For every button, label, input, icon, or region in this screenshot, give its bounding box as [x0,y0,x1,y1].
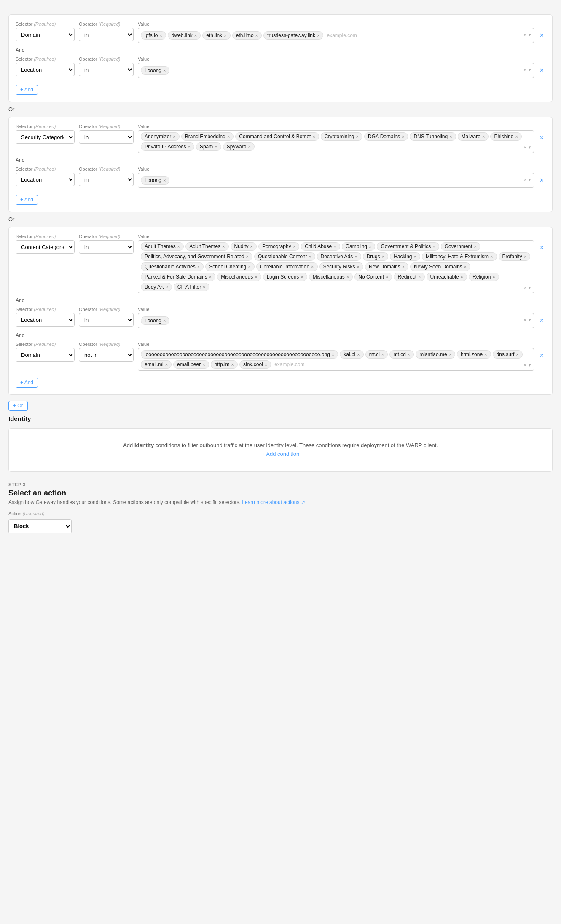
tag-remove-icon[interactable]: × [188,145,191,149]
tag-remove-icon[interactable]: × [516,352,518,357]
tag-remove-icon[interactable]: × [248,265,250,269]
tag-remove-icon[interactable]: × [402,265,405,269]
tag-remove-icon[interactable]: × [231,362,234,367]
tag-remove-icon[interactable]: × [490,254,493,259]
tag-remove-icon[interactable]: × [474,244,477,249]
tag-remove-icon[interactable]: × [369,244,371,249]
tag-remove-icon[interactable]: × [177,244,180,249]
tag-remove-icon[interactable]: × [202,362,205,367]
tag-remove-icon[interactable]: × [354,254,357,259]
tag-remove-icon[interactable]: × [163,319,166,323]
dropdown-value-button[interactable]: ▾ [529,177,531,182]
selector-select[interactable]: DomainLocationSecurity CategoriesContent… [16,28,75,41]
tag-remove-icon[interactable]: × [346,275,349,279]
tag-remove-icon[interactable]: × [449,134,452,139]
dropdown-value-button[interactable]: ▾ [529,362,531,368]
tag-remove-icon[interactable]: × [248,145,250,149]
tag-remove-icon[interactable]: × [357,265,360,269]
dropdown-value-button[interactable]: ▾ [529,317,531,323]
value-box[interactable]: Adult Themes×Adult Themes×Nudity×Pornogr… [138,240,534,293]
value-box[interactable]: looooooooooooooooooooooooooooooooooooooo… [138,348,534,371]
tag-remove-icon[interactable]: × [317,33,319,38]
remove-row-button[interactable]: × [538,32,545,39]
tag-remove-icon[interactable]: × [449,352,451,357]
selector-select[interactable]: DomainLocationSecurity CategoriesContent… [16,313,75,327]
operator-select[interactable]: innot inisis not [79,313,134,327]
tag-remove-icon[interactable]: × [414,254,416,259]
tag-remove-icon[interactable]: × [209,275,212,279]
tag-remove-icon[interactable]: × [311,265,314,269]
operator-select[interactable]: innot inisis not [79,173,134,186]
add-and-button[interactable]: + And [16,195,38,205]
operator-select[interactable]: innot inisis not [79,28,134,41]
value-box[interactable]: Looong××▾ [138,173,534,188]
remove-row-button[interactable]: × [538,352,545,359]
selector-select[interactable]: DomainLocationSecurity CategoriesContent… [16,240,75,254]
tag-remove-icon[interactable]: × [215,145,217,149]
tag-remove-icon[interactable]: × [265,362,267,367]
add-and-button[interactable]: + And [16,378,38,388]
tag-remove-icon[interactable]: × [163,178,166,183]
operator-select[interactable]: innot inisis not [79,130,134,144]
remove-row-button[interactable]: × [538,177,545,184]
tag-remove-icon[interactable]: × [482,134,485,139]
selector-select[interactable]: DomainLocationSecurity CategoriesContent… [16,130,75,144]
tag-remove-icon[interactable]: × [293,244,295,249]
value-box[interactable]: Looong××▾ [138,313,534,328]
operator-select[interactable]: innot inisis not [79,348,134,362]
value-box[interactable]: Anonymizer×Brand Embedding×Command and C… [138,130,534,153]
tag-remove-icon[interactable]: × [165,285,168,289]
tag-remove-icon[interactable]: × [173,134,175,139]
tag-remove-icon[interactable]: × [246,254,249,259]
tag-remove-icon[interactable]: × [464,265,467,269]
operator-select[interactable]: innot inisis not [79,63,134,76]
tag-remove-icon[interactable]: × [418,275,421,279]
selector-select[interactable]: DomainLocationSecurity CategoriesContent… [16,63,75,76]
clear-value-button[interactable]: × [523,317,527,323]
tag-remove-icon[interactable]: × [222,244,225,249]
tag-remove-icon[interactable]: × [159,33,162,38]
clear-value-button[interactable]: × [523,177,527,183]
tag-remove-icon[interactable]: × [381,352,384,357]
tag-remove-icon[interactable]: × [386,275,388,279]
tag-remove-icon[interactable]: × [250,244,253,249]
selector-select[interactable]: DomainLocationSecurity CategoriesContent… [16,173,75,186]
clear-value-button[interactable]: × [523,362,527,368]
remove-row-button[interactable]: × [538,134,545,142]
clear-value-button[interactable]: × [523,67,527,73]
tag-remove-icon[interactable]: × [301,275,303,279]
add-and-button[interactable]: + And [16,85,38,95]
tag-remove-icon[interactable]: × [309,254,311,259]
tag-remove-icon[interactable]: × [163,68,166,73]
dropdown-value-button[interactable]: ▾ [529,32,531,37]
tag-remove-icon[interactable]: × [255,275,257,279]
value-box[interactable]: Looong××▾ [138,63,534,78]
tag-remove-icon[interactable]: × [461,275,463,279]
remove-row-button[interactable]: × [538,244,545,252]
tag-remove-icon[interactable]: × [432,244,435,249]
tag-remove-icon[interactable]: × [524,254,526,259]
tag-remove-icon[interactable]: × [357,352,360,357]
selector-select[interactable]: DomainLocationSecurity CategoriesContent… [16,348,75,362]
tag-remove-icon[interactable]: × [227,134,230,139]
value-box[interactable]: ipfs.io×dweb.link×eth.link×eth.limo×trus… [138,28,534,43]
add-or-button[interactable]: + Or [8,401,28,411]
tag-remove-icon[interactable]: × [197,265,200,269]
tag-remove-icon[interactable]: × [356,134,359,139]
tag-remove-icon[interactable]: × [382,254,384,259]
operator-select[interactable]: innot inisis not [79,240,134,254]
remove-row-button[interactable]: × [538,317,545,324]
tag-remove-icon[interactable]: × [203,285,205,289]
clear-value-button[interactable]: × [523,284,527,291]
dropdown-value-button[interactable]: ▾ [529,67,531,72]
clear-value-button[interactable]: × [523,32,527,38]
action-select[interactable]: BlockAllowDo Not Inspect [8,519,72,533]
tag-remove-icon[interactable]: × [515,134,518,139]
tag-remove-icon[interactable]: × [333,244,336,249]
tag-remove-icon[interactable]: × [255,33,258,38]
dropdown-value-button[interactable]: ▾ [529,285,531,290]
learn-more-link[interactable]: Learn more about actions ↗ [242,499,305,505]
tag-remove-icon[interactable]: × [312,134,315,139]
tag-remove-icon[interactable]: × [332,352,334,357]
tag-remove-icon[interactable]: × [402,134,404,139]
